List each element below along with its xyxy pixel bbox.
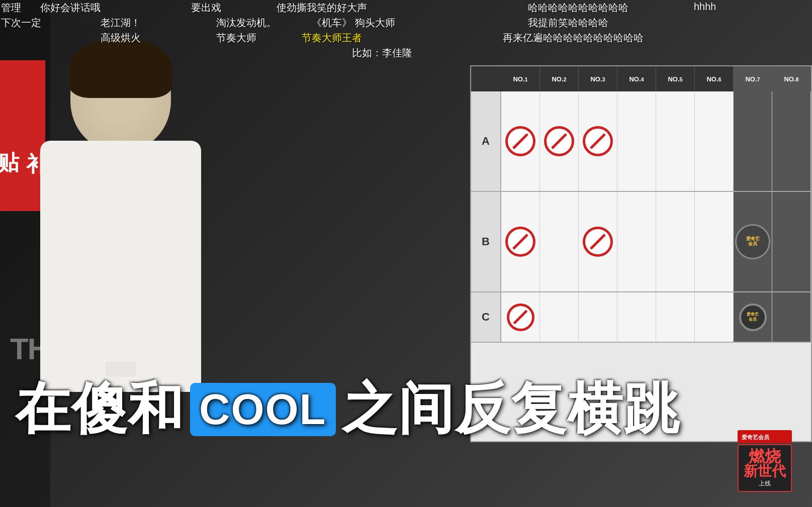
score-row-c: C 爱奇艺会员 xyxy=(471,292,811,343)
cell-c7: 爱奇艺会员 xyxy=(734,292,772,342)
cell-b2 xyxy=(540,192,579,291)
col-no4: NO.4 xyxy=(617,66,656,91)
row-a-cells xyxy=(501,91,811,191)
col-no5: NO.5 xyxy=(656,66,695,91)
no-icon-c1 xyxy=(507,303,534,331)
cell-b4 xyxy=(617,192,656,291)
logo-line3: 新世代 xyxy=(744,464,786,478)
logo-line2: 燃烧 xyxy=(744,448,786,464)
cell-c5 xyxy=(656,292,695,342)
subtitle-part2: 之间反复横跳 xyxy=(342,372,680,447)
cell-a2 xyxy=(540,91,579,191)
cell-b6 xyxy=(695,192,734,291)
cell-b3 xyxy=(579,192,617,291)
person-hair xyxy=(69,38,172,98)
cool-badge: COOL xyxy=(190,383,336,436)
video-container: 补 贴 TH NO.1 NO.2 NO.3 NO.4 NO.5 NO.6 NO.… xyxy=(0,0,812,507)
logo-top-text: 爱奇艺会员 xyxy=(742,434,769,440)
cell-b7: 爱奇艺会员 xyxy=(734,192,772,291)
special-badge-b7: 爱奇艺会员 xyxy=(735,224,770,259)
no-icon-a3 xyxy=(583,126,613,156)
cell-c2 xyxy=(540,292,579,342)
cell-c6 xyxy=(695,292,734,342)
logo-main-box: 燃烧 新世代 上线 xyxy=(738,444,792,492)
score-row-b: B 爱奇艺会员 xyxy=(471,192,811,292)
score-row-a: A xyxy=(471,91,811,192)
row-label-c: C xyxy=(471,292,501,342)
col-no3: NO.3 xyxy=(579,66,617,91)
person-shirt xyxy=(40,141,201,392)
cell-a4 xyxy=(617,91,656,191)
cell-c8 xyxy=(772,292,811,342)
no-icon-b1 xyxy=(505,227,535,257)
badge-c7: 爱奇艺会员 xyxy=(739,303,767,331)
logo-top-bar: 爱奇艺会员 xyxy=(738,430,792,443)
col-no2: NO.2 xyxy=(540,66,579,91)
col-no1: NO.1 xyxy=(501,66,540,91)
row-label-b: B xyxy=(471,192,501,291)
row-label-a: A xyxy=(471,91,501,191)
logo-sublabel: 上线 xyxy=(744,479,786,488)
cell-a3 xyxy=(579,91,617,191)
cell-a5 xyxy=(656,91,695,191)
subtitle-bar: 在傻和 COOL 之间反复横跳 xyxy=(0,372,812,447)
no-icon-b3 xyxy=(583,227,613,257)
col-no6: NO.6 xyxy=(695,66,734,91)
cell-b5 xyxy=(656,192,695,291)
cell-a7 xyxy=(734,91,772,191)
cell-a8 xyxy=(772,91,811,191)
cell-a6 xyxy=(695,91,734,191)
subtitle-text: 在傻和 COOL 之间反复横跳 xyxy=(15,372,680,447)
bottom-logo: 爱奇艺会员 燃烧 新世代 上线 xyxy=(738,430,792,492)
row-b-cells: 爱奇艺会员 xyxy=(501,192,811,291)
left-banner-text: 补 贴 xyxy=(0,135,51,137)
cell-c3 xyxy=(579,292,617,342)
subtitle-part1: 在傻和 xyxy=(15,372,184,447)
scoreboard-header: NO.1 NO.2 NO.3 NO.4 NO.5 NO.6 NO.7 NO.8 xyxy=(471,66,811,91)
cell-c1 xyxy=(501,292,540,342)
row-c-cells: 爱奇艺会员 xyxy=(501,292,811,342)
no-icon-a2 xyxy=(544,126,574,156)
col-no8: NO.8 xyxy=(772,66,811,91)
cell-b8 xyxy=(772,192,811,291)
cell-c4 xyxy=(617,292,656,342)
left-banner: 补 贴 xyxy=(0,60,45,211)
cell-a1 xyxy=(501,91,540,191)
cell-b1 xyxy=(501,192,540,291)
cool-badge-text: COOL xyxy=(199,385,327,434)
no-icon-a1 xyxy=(505,126,535,156)
col-no7: NO.7 xyxy=(734,66,772,91)
